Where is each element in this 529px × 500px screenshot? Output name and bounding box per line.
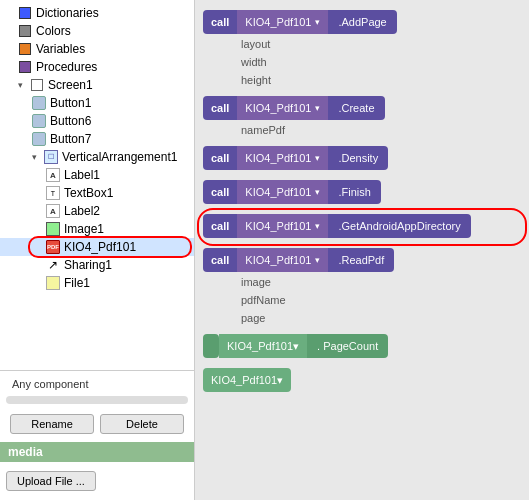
tree-item-label: Button1 [50,96,91,110]
block-params: layout width height [233,36,521,88]
block-method: .Create [328,96,384,120]
dropdown-arrow-icon: ▾ [293,340,299,353]
dropdown-arrow-icon: ▾ [315,17,320,27]
tree-item-colors[interactable]: Colors [0,22,194,40]
tree-item-label1[interactable]: A Label1 [0,166,194,184]
upload-area: Upload File ... [0,462,194,500]
param-namePdf: namePdf [233,122,521,138]
block-params: image pdfName page [233,274,521,326]
upload-button[interactable]: Upload File ... [6,471,96,491]
tree-item-file1[interactable]: File1 [0,274,194,292]
block-object[interactable]: KIO4_Pdf101▾ [237,248,328,272]
expand-arrow: ▾ [18,80,28,90]
media-label: media [0,442,194,462]
block-method: .Finish [328,180,380,204]
tree-item-label: Variables [36,42,85,56]
tree-item-label: Sharing1 [64,258,112,272]
block-finish[interactable]: call KIO4_Pdf101▾ .Finish [203,180,521,204]
tree-item-button1[interactable]: Button1 [0,94,194,112]
dropdown-arrow-icon: ▾ [315,255,320,265]
block-density[interactable]: call KIO4_Pdf101▾ .Density [203,146,521,170]
component-tree: Dictionaries Colors Variables Procedures… [0,0,194,370]
block-object[interactable]: KIO4_Pdf101▾ [237,180,328,204]
block-method: .GetAndroidAppDirectory [328,214,470,238]
tree-item-dictionaries[interactable]: Dictionaries [0,4,194,22]
dropdown-arrow-icon: ▾ [315,221,320,231]
tree-item-label: Screen1 [48,78,93,92]
tree-item-button7[interactable]: Button7 [0,130,194,148]
param-height: height [233,72,521,88]
block-object[interactable]: KIO4_Pdf101▾ [237,146,328,170]
param-page: page [233,310,521,326]
block-method: .ReadPdf [328,248,394,272]
tree-item-label: Colors [36,24,71,38]
expand-arrow: ▾ [32,152,42,162]
left-panel: Dictionaries Colors Variables Procedures… [0,0,195,500]
block-object-green[interactable]: KIO4_Pdf101▾ [219,334,307,358]
dropdown-arrow-icon: ▾ [277,374,283,387]
dropdown-arrow-icon: ▾ [315,153,320,163]
tree-item-sharing1[interactable]: ↗ Sharing1 [0,256,194,274]
tree-item-image1[interactable]: Image1 [0,220,194,238]
block-row[interactable]: call KIO4_Pdf101▾ .Create [203,96,521,120]
block-standalone[interactable]: KIO4_Pdf101▾ [203,368,521,392]
rename-button[interactable]: Rename [10,414,94,434]
dropdown-arrow-icon: ▾ [315,103,320,113]
tree-item-label: Image1 [64,222,104,236]
delete-button[interactable]: Delete [100,414,184,434]
any-component-label: Any component [6,375,188,393]
dropdown-arrow-icon: ▾ [315,187,320,197]
block-create: call KIO4_Pdf101▾ .Create namePdf [203,96,521,138]
tree-item-label: TextBox1 [64,186,113,200]
call-label: call [203,180,237,204]
block-addpage: call KIO4_Pdf101▾ .AddPage layout width … [203,10,521,88]
block-method-green: . PageCount [307,334,388,358]
block-object[interactable]: KIO4_Pdf101▾ [237,214,328,238]
call-label: call [203,10,237,34]
tree-item-label: Button7 [50,132,91,146]
param-pdfName: pdfName [233,292,521,308]
tree-item-button6[interactable]: Button6 [0,112,194,130]
call-label: call [203,146,237,170]
call-label: call [203,248,237,272]
tree-item-variables[interactable]: Variables [0,40,194,58]
tree-item-label: Procedures [36,60,97,74]
tree-item-label: VerticalArrangement1 [62,150,177,164]
block-green-start [203,334,219,358]
block-getandroidappdirectory-wrapper: call KIO4_Pdf101▾ .GetAndroidAppDirector… [203,214,521,240]
block-pagecount[interactable]: KIO4_Pdf101▾ . PageCount [203,334,521,358]
param-width: width [233,54,521,70]
block-row[interactable]: call KIO4_Pdf101▾ .ReadPdf [203,248,521,272]
tree-item-label: KIO4_Pdf101 [64,240,136,254]
tree-item-kio4pdf101[interactable]: PDF KIO4_Pdf101 [0,238,194,256]
block-row[interactable]: call KIO4_Pdf101▾ .AddPage [203,10,521,34]
scroll-bar[interactable] [6,396,188,404]
tree-item-label2[interactable]: A Label2 [0,202,194,220]
block-object[interactable]: KIO4_Pdf101▾ [237,10,328,34]
tree-item-textbox1[interactable]: T TextBox1 [0,184,194,202]
right-panel: call KIO4_Pdf101▾ .AddPage layout width … [195,0,529,500]
tree-item-label: Button6 [50,114,91,128]
block-params: namePdf [233,122,521,138]
block-method: .AddPage [328,10,396,34]
block-object-green-standalone[interactable]: KIO4_Pdf101▾ [203,368,291,392]
param-layout: layout [233,36,521,52]
bottom-panel: Any component Rename Delete [0,370,194,442]
block-method: .Density [328,146,388,170]
tree-item-label: Label1 [64,168,100,182]
call-label: call [203,214,237,238]
param-image: image [233,274,521,290]
action-buttons: Rename Delete [6,410,188,438]
tree-item-label: Dictionaries [36,6,99,20]
tree-item-label: Label2 [64,204,100,218]
block-readpdf: call KIO4_Pdf101▾ .ReadPdf image pdfName… [203,248,521,326]
tree-item-label: File1 [64,276,90,290]
tree-item-screen1[interactable]: ▾ Screen1 [0,76,194,94]
tree-item-procedures[interactable]: Procedures [0,58,194,76]
tree-item-va1[interactable]: ▾ ☐ VerticalArrangement1 [0,148,194,166]
block-getandroidappdirectory[interactable]: call KIO4_Pdf101▾ .GetAndroidAppDirector… [203,214,471,238]
call-label: call [203,96,237,120]
block-object[interactable]: KIO4_Pdf101▾ [237,96,328,120]
